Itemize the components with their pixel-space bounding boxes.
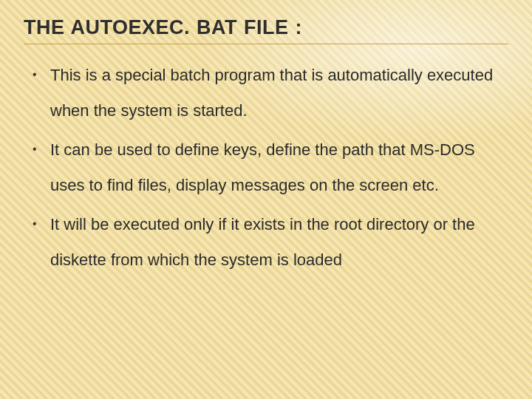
list-item: It can be used to define keys, define th… [33,132,508,204]
bullet-list: This is a special batch program that is … [24,58,508,278]
slide: THE AUTOEXEC. BAT FILE : This is a speci… [0,0,532,399]
list-item: It will be executed only if it exists in… [33,207,508,279]
title-underline [24,44,508,44]
list-item: This is a special batch program that is … [33,58,508,129]
slide-title: THE AUTOEXEC. BAT FILE : [24,16,508,39]
